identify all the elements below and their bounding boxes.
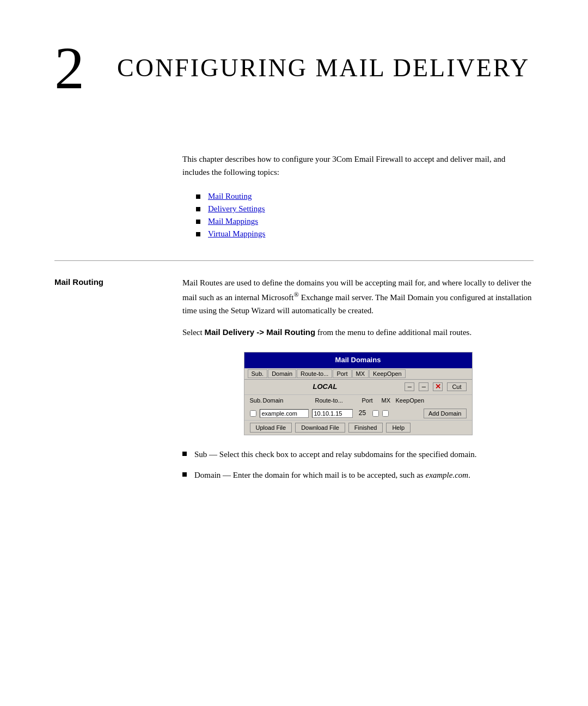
help-button[interactable]: Help (386, 423, 411, 433)
bold-instruction: Mail Delivery -> Mail Routing (204, 327, 315, 337)
bullet-icon (182, 452, 187, 456)
bullet-item-domain: Domain — Enter the domain for which mail… (182, 469, 534, 482)
col-route-header: Route-to... (315, 396, 359, 406)
example-domain-italic: example.com (425, 471, 468, 479)
bullet-item-sub: Sub — Select this check box to accept an… (182, 448, 534, 461)
port-value: 25 (356, 408, 369, 418)
dialog-footer-row: Upload File Download File Finished Help (244, 421, 472, 435)
bullet-icon (182, 472, 187, 477)
dialog-toolbar: Sub. Domain Route-to... Port MX KeepOpen (244, 368, 472, 380)
section-paragraph-2: Select Mail Delivery -> Mail Routing fro… (182, 326, 534, 339)
bullet-icon (196, 194, 200, 199)
page: 2 Configuring Mail Delivery This chapter… (0, 0, 588, 706)
toolbar-btn-route[interactable]: Route-to... (297, 369, 332, 378)
col-sub-header: Sub. (250, 396, 260, 406)
mail-domains-dialog: Mail Domains Sub. Domain Route-to... Por… (244, 352, 473, 435)
toolbar-btn-port[interactable]: Port (333, 369, 351, 378)
keepopen-checkbox[interactable] (382, 410, 389, 417)
toc-link-mail-routing[interactable]: Mail Routing (208, 192, 252, 201)
toolbar-btn-domain[interactable]: Domain (268, 369, 296, 378)
section-paragraph-1: Mail Routes are used to define the domai… (182, 276, 534, 317)
cut-button[interactable]: Cut (447, 382, 466, 391)
sub-checkbox[interactable] (250, 410, 256, 417)
col-keepopen-header: KeepOpen (396, 396, 426, 406)
section-divider (54, 260, 534, 261)
col-domain-header: Domain (263, 396, 312, 406)
dialog-input-row: 25 Add Domain (244, 406, 472, 421)
chapter-header: 2 Configuring Mail Delivery (54, 44, 534, 98)
toc-link-mail-mappings[interactable]: Mail Mappings (208, 217, 258, 226)
mx-checkbox[interactable] (372, 410, 379, 417)
toolbar-btn-sub[interactable]: Sub. (248, 369, 268, 378)
bullet-text-domain: Domain — Enter the domain for which mail… (194, 469, 470, 482)
toc-item-mail-routing: Mail Routing (196, 192, 534, 201)
section-label-mail-routing: Mail Routing (54, 276, 182, 287)
bullet-icon (196, 232, 200, 236)
dialog-titlebar: Mail Domains (244, 352, 472, 368)
toc-link-virtual-mappings[interactable]: Virtual Mappings (208, 229, 265, 239)
toc-link-delivery-settings[interactable]: Delivery Settings (208, 204, 265, 214)
bullet-icon (196, 220, 200, 224)
toc-item-delivery-settings: Delivery Settings (196, 204, 534, 214)
bullet-text-sub: Sub — Select this check box to accept an… (194, 448, 477, 461)
dialog-column-headers: Sub. Domain Route-to... Port MX KeepOpen (244, 395, 472, 407)
toc-list: Mail Routing Delivery Settings Mail Mapp… (196, 192, 534, 239)
bullet-icon (196, 207, 200, 211)
toc-item-mail-mappings: Mail Mappings (196, 217, 534, 226)
local-label: LOCAL (250, 381, 401, 393)
col-mx-header: MX (382, 396, 393, 406)
registered-mark: ® (294, 291, 299, 299)
dash-btn-2[interactable]: – (419, 382, 428, 391)
domain-input[interactable] (260, 409, 309, 418)
finished-button[interactable]: Finished (348, 423, 383, 433)
toolbar-btn-keepopen[interactable]: KeepOpen (369, 369, 406, 378)
mail-routing-section: Mail Routing Mail Routes are used to def… (54, 276, 534, 489)
col-port-header: Port (362, 396, 378, 406)
section-content-mail-routing: Mail Routes are used to define the domai… (182, 276, 534, 489)
chapter-number: 2 (54, 38, 84, 98)
toolbar-btn-mx[interactable]: MX (352, 369, 369, 378)
dash-btn-1[interactable]: – (405, 382, 414, 391)
toc-item-virtual-mappings: Virtual Mappings (196, 229, 534, 239)
upload-file-button[interactable]: Upload File (250, 423, 292, 433)
close-btn[interactable]: ✕ (433, 382, 443, 391)
add-domain-button[interactable]: Add Domain (424, 409, 467, 418)
dialog-local-row: LOCAL – – ✕ Cut (244, 380, 472, 395)
download-file-button[interactable]: Download File (295, 423, 345, 433)
route-input[interactable] (312, 409, 353, 418)
bullet-list: Sub — Select this check box to accept an… (182, 448, 534, 482)
intro-text: This chapter describes how to configure … (182, 153, 534, 179)
chapter-title: Configuring Mail Delivery (117, 54, 530, 82)
